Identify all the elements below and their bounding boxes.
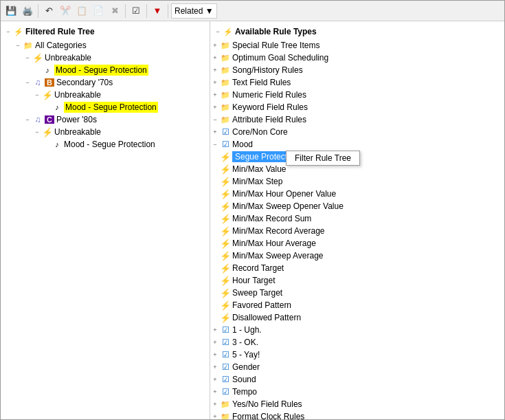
tree-record-target[interactable]: ⚡ Record Target <box>210 262 504 274</box>
expand-tempo[interactable]: + <box>210 387 220 397</box>
left-panel-expand[interactable]: − <box>3 27 13 36</box>
expand-yes-no[interactable]: + <box>210 399 220 409</box>
tree-mood-segue-2[interactable]: ♪ Mood - Segue Protection <box>1 101 210 113</box>
music-b-icon: ♫ <box>32 77 43 88</box>
tree-unbreakable-2[interactable]: − ⚡ Unbreakable <box>1 89 210 101</box>
copy-button[interactable]: 📋 <box>74 3 89 19</box>
checkbox-tempo-icon: ☑ <box>220 386 231 397</box>
expand-attribute[interactable]: − <box>210 115 220 124</box>
tree-c-power[interactable]: − ♫ C Power '80s <box>1 113 210 126</box>
tree-gender[interactable]: + ☑ Gender <box>210 361 504 373</box>
related-button[interactable]: Related ▼ <box>171 3 217 19</box>
expand-format[interactable]: + <box>210 412 220 419</box>
tree-tempo[interactable]: + ☑ Tempo <box>210 386 504 398</box>
tree-yes-no[interactable]: + 📁 Yes/No Field Rules <box>210 398 504 410</box>
filter-button[interactable]: ▼ <box>150 3 165 19</box>
cut-button[interactable]: ✂️ <box>58 3 73 19</box>
expand-mood[interactable]: − <box>210 140 220 149</box>
tree-min-max-sweep-avg[interactable]: ⚡ Min/Max Sweep Average <box>210 250 504 262</box>
tree-hour-target[interactable]: ⚡ Hour Target <box>210 274 504 287</box>
lightning-dp-icon: ⚡ <box>220 312 231 323</box>
tree-disallowed-pattern[interactable]: ⚡ Disallowed Pattern <box>210 311 504 324</box>
ok-label: 3 - OK. <box>232 338 258 347</box>
format-clock-label: Format Clock Rules <box>232 412 304 419</box>
expand-segue <box>210 152 220 162</box>
expand-mood-1 <box>32 65 42 75</box>
tree-mood-segue-1[interactable]: ♪ Mood - Segue Protection <box>1 64 210 76</box>
expand-mmv <box>210 164 220 174</box>
tree-b-secondary[interactable]: − ♫ B Secondary '70s <box>1 76 210 89</box>
song-history-label: Song/History Rules <box>232 65 303 75</box>
tree-favored-pattern[interactable]: ⚡ Favored Pattern <box>210 299 504 311</box>
tree-min-max-step[interactable]: ⚡ Min/Max Step <box>210 175 504 188</box>
expand-keyword[interactable]: + <box>210 102 220 112</box>
expand-mmso <box>210 201 220 211</box>
tree-min-max-sweep-opener[interactable]: ⚡ Min/Max Sweep Opener Value <box>210 200 504 212</box>
tree-keyword[interactable]: + 📁 Keyword Field Rules <box>210 101 504 113</box>
tree-min-max-record-avg[interactable]: ⚡ Min/Max Record Average <box>210 225 504 237</box>
expand-b[interactable]: − <box>23 78 32 87</box>
tree-text-field[interactable]: + 📁 Text Field Rules <box>210 76 504 89</box>
tree-segue-protection[interactable]: ⚡ Segue Protection Filter Rule Tree <box>210 151 504 163</box>
expand-core[interactable]: + <box>210 127 220 137</box>
lightning-icon-3: ⚡ <box>42 126 53 137</box>
tree-core[interactable]: + ☑ Core/Non Core <box>210 126 504 138</box>
tree-ok[interactable]: + ☑ 3 - OK. <box>210 336 504 349</box>
tree-sweep-target[interactable]: ⚡ Sweep Target <box>210 287 504 299</box>
paste-button[interactable]: 📄 <box>91 3 106 19</box>
expand-all-cat[interactable]: − <box>13 41 23 50</box>
delete-button[interactable]: ✖ <box>107 3 122 19</box>
tree-attribute[interactable]: − 📁 Attribute Field Rules <box>210 113 504 126</box>
expand-unbreakable-3[interactable]: − <box>32 127 42 137</box>
expand-unbreakable-1[interactable]: − <box>23 53 32 63</box>
tree-sound[interactable]: + ☑ Sound <box>210 373 504 386</box>
special-label: Special Rule Tree Items <box>232 41 319 50</box>
min-max-value-label: Min/Max Value <box>232 164 286 174</box>
expand-text[interactable]: + <box>210 78 220 87</box>
tree-min-max-hour-opener[interactable]: ⚡ Min/Max Hour Opener Value <box>210 188 504 200</box>
tree-optimum[interactable]: + 📁 Optimum Goal Scheduling <box>210 52 504 64</box>
checkbox-core-icon: ☑ <box>220 126 231 137</box>
print-button[interactable]: 🖨️ <box>20 3 35 19</box>
folder-text-icon: 📁 <box>220 77 231 88</box>
expand-numeric[interactable]: + <box>210 90 220 100</box>
tree-all-categories[interactable]: − 📁 All Categories <box>1 39 210 52</box>
filter-rule-tree-menu-item[interactable]: Filter Rule Tree <box>287 151 359 165</box>
tree-mood-segue-3[interactable]: ♪ Mood - Segue Protection <box>1 138 210 151</box>
yay-label: 5 - Yay! <box>232 350 260 360</box>
expand-mmrs <box>210 214 220 223</box>
check-button[interactable]: ☑ <box>128 3 144 19</box>
tree-special[interactable]: + 📁 Special Rule Tree Items <box>210 39 504 52</box>
tree-yay[interactable]: + ☑ 5 - Yay! <box>210 349 504 361</box>
expand-optimum[interactable]: + <box>210 53 220 63</box>
tree-ugh[interactable]: + ☑ 1 - Ugh. <box>210 324 504 336</box>
expand-ok[interactable]: + <box>210 338 220 347</box>
tree-unbreakable-1[interactable]: − ⚡ Unbreakable <box>1 52 210 64</box>
expand-yay[interactable]: + <box>210 350 220 360</box>
expand-special[interactable]: + <box>210 41 220 50</box>
keyword-label: Keyword Field Rules <box>232 102 308 112</box>
expand-c[interactable]: − <box>23 115 32 124</box>
expand-ugh[interactable]: + <box>210 325 220 335</box>
tree-unbreakable-3[interactable]: − ⚡ Unbreakable <box>1 126 210 138</box>
right-panel-expand[interactable]: − <box>213 27 223 36</box>
ugh-label: 1 - Ugh. <box>232 325 262 335</box>
tree-numeric[interactable]: + 📁 Numeric Field Rules <box>210 89 504 101</box>
save-button[interactable]: 💾 <box>3 3 19 19</box>
expand-gender[interactable]: + <box>210 362 220 372</box>
expand-song[interactable]: + <box>210 65 220 75</box>
left-panel: − ⚡ Filtered Rule Tree − 📁 All Categorie… <box>1 21 210 419</box>
folder-format-icon: 📁 <box>220 411 231 419</box>
expand-sound[interactable]: + <box>210 375 220 384</box>
tree-min-max-record-sum[interactable]: ⚡ Min/Max Record Sum <box>210 212 504 225</box>
tree-format-clock[interactable]: + 📁 Format Clock Rules <box>210 410 504 419</box>
lightning-mmho-icon: ⚡ <box>220 188 231 199</box>
expand-unbreakable-2[interactable]: − <box>32 90 42 100</box>
undo-button[interactable]: ↶ <box>41 3 56 19</box>
tree-min-max-hour-avg[interactable]: ⚡ Min/Max Hour Average <box>210 237 504 250</box>
folder-optimum-icon: 📁 <box>220 52 231 63</box>
core-label: Core/Non Core <box>232 127 288 137</box>
expand-rt <box>210 263 220 273</box>
tree-song-history[interactable]: + 📁 Song/History Rules <box>210 64 504 76</box>
tree-mood[interactable]: − ☑ Mood <box>210 138 504 151</box>
